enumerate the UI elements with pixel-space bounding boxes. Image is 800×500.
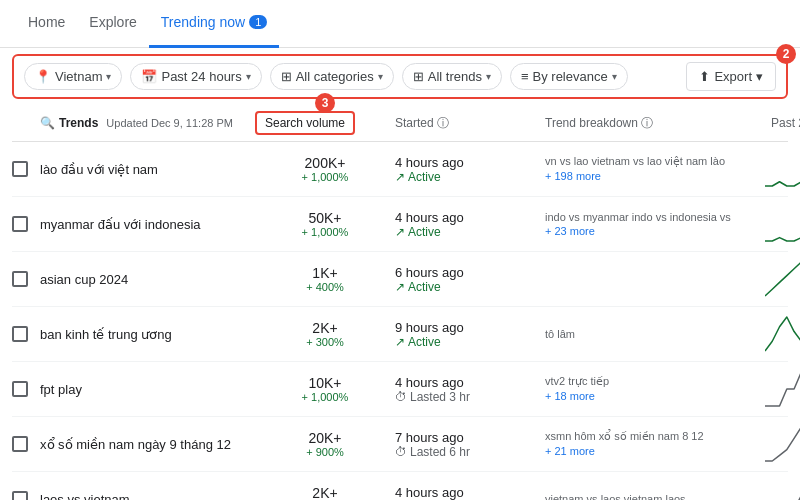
filter-relevance[interactable]: ≡ By relevance ▾ (510, 63, 628, 90)
table-row: asian cup 2024 1K+ + 400% 6 hours ago ↗ … (12, 252, 788, 307)
breakdown-col: tô lâm (545, 328, 755, 340)
breakdown-more-link[interactable]: + 21 more (545, 445, 595, 457)
breakdown-more-link[interactable]: + 18 more (545, 390, 595, 402)
filter-time[interactable]: 📅 Past 24 hours ▾ (130, 63, 261, 90)
started-col: 7 hours ago ⏱ Lasted 6 hr (395, 430, 545, 459)
col-past24-header: Past 24 hours (755, 116, 800, 130)
calendar-icon: 📅 (141, 69, 157, 84)
sparkline-col (755, 150, 800, 188)
col-started-header: Started ⓘ (395, 115, 545, 132)
trends-table: 🔍 Trends Updated Dec 9, 11:28 PM 3 Searc… (0, 105, 800, 500)
started-col: 4 hours ago ↗ Active (395, 155, 545, 184)
breakdown-more-link[interactable]: + 198 more (545, 170, 601, 182)
col-search-header: 3 Search volume (255, 111, 395, 135)
row-checkbox[interactable] (12, 271, 40, 287)
row-checkbox[interactable] (12, 216, 40, 232)
trend-name[interactable]: myanmar đấu với indonesia (40, 217, 255, 232)
search-volume: 200K+ + 1,000% (255, 155, 395, 183)
chevron-down-icon: ▾ (246, 71, 251, 82)
table-row: laos vs vietnam 2K+ + 1,000% 4 hours ago… (12, 472, 788, 500)
search-volume: 20K+ + 900% (255, 430, 395, 458)
started-col: 4 hours ago ⏱ Lasted 3 hr (395, 375, 545, 404)
search-volume: 2K+ + 1,000% (255, 485, 395, 500)
trend-name[interactable]: xổ số miền nam ngày 9 tháng 12 (40, 437, 255, 452)
breakdown-more-link[interactable]: + 23 more (545, 225, 595, 237)
chevron-down-icon: ▾ (378, 71, 383, 82)
sparkline-col (755, 425, 800, 463)
export-icon: ⬆ (699, 69, 710, 84)
chevron-down-icon: ▾ (486, 71, 491, 82)
chevron-down-icon: ▾ (612, 71, 617, 82)
col-breakdown-header: Trend breakdown ⓘ (545, 115, 755, 132)
search-icon: 🔍 (40, 116, 55, 130)
trend-name[interactable]: lào đầu với việt nam (40, 162, 255, 177)
search-volume: 50K+ + 1,000% (255, 210, 395, 238)
search-volume: 2K+ + 300% (255, 320, 395, 348)
row-checkbox[interactable] (12, 381, 40, 397)
tab-trending-now[interactable]: Trending now 1 (149, 0, 279, 48)
filter-icon: ≡ (521, 69, 529, 84)
export-button[interactable]: ⬆ Export ▾ (686, 62, 776, 91)
annotation-badge-2: 2 (776, 44, 796, 64)
trend-name[interactable]: ban kinh tế trung ương (40, 327, 255, 342)
breakdown-col: xsmn hôm xổ số miền nam 8 12 + 21 more (545, 430, 755, 458)
categories-icon: ⊞ (281, 69, 292, 84)
breakdown-col: vtv2 trực tiếp + 18 more (545, 375, 755, 403)
tab-home[interactable]: Home (16, 0, 77, 48)
row-checkbox[interactable] (12, 436, 40, 452)
breakdown-col: vietnam vs laos vietnam laos (545, 493, 755, 500)
trends-icon: ⊞ (413, 69, 424, 84)
breakdown-col: vn vs lao vietnam vs lao việt nam lào + … (545, 155, 755, 183)
sparkline-col (755, 480, 800, 500)
row-checkbox[interactable] (12, 161, 40, 177)
search-volume: 1K+ + 400% (255, 265, 395, 293)
filter-categories[interactable]: ⊞ All categories ▾ (270, 63, 394, 90)
sparkline-col (755, 205, 800, 243)
badge-1: 1 (249, 15, 267, 29)
chevron-down-icon: ▾ (106, 71, 111, 82)
sparkline-col (755, 260, 800, 298)
nav-header: Home Explore Trending now 1 (0, 0, 800, 48)
table-row: ban kinh tế trung ương 2K+ + 300% 9 hour… (12, 307, 788, 362)
annotation-badge-3: 3 (315, 93, 335, 113)
started-col: 6 hours ago ↗ Active (395, 265, 545, 294)
col-trends-header: 🔍 Trends Updated Dec 9, 11:28 PM (40, 116, 255, 130)
filter-trends[interactable]: ⊞ All trends ▾ (402, 63, 502, 90)
table-row: lào đầu với việt nam 200K+ + 1,000% 4 ho… (12, 142, 788, 197)
chevron-down-icon: ▾ (756, 69, 763, 84)
tab-explore[interactable]: Explore (77, 0, 148, 48)
filter-location[interactable]: 📍 Vietnam ▾ (24, 63, 122, 90)
started-col: 4 hours ago ⏱ Lasted 4 hr (395, 485, 545, 501)
started-col: 9 hours ago ↗ Active (395, 320, 545, 349)
search-volume: 10K+ + 1,000% (255, 375, 395, 403)
table-row: xổ số miền nam ngày 9 tháng 12 20K+ + 90… (12, 417, 788, 472)
started-col: 4 hours ago ↗ Active (395, 210, 545, 239)
table-body: lào đầu với việt nam 200K+ + 1,000% 4 ho… (12, 142, 788, 500)
sparkline-col (755, 370, 800, 408)
row-checkbox[interactable] (12, 491, 40, 500)
row-checkbox[interactable] (12, 326, 40, 342)
trend-name[interactable]: laos vs vietnam (40, 492, 255, 501)
nav-tabs: Home Explore Trending now 1 (16, 0, 279, 48)
breakdown-col: indo vs myanmar indo vs indonesia vs + 2… (545, 211, 755, 238)
location-icon: 📍 (35, 69, 51, 84)
trend-name[interactable]: fpt play (40, 382, 255, 397)
trend-name[interactable]: asian cup 2024 (40, 272, 255, 287)
sparkline-col (755, 315, 800, 353)
table-row: myanmar đấu với indonesia 50K+ + 1,000% … (12, 197, 788, 252)
table-row: fpt play 10K+ + 1,000% 4 hours ago ⏱ Las… (12, 362, 788, 417)
